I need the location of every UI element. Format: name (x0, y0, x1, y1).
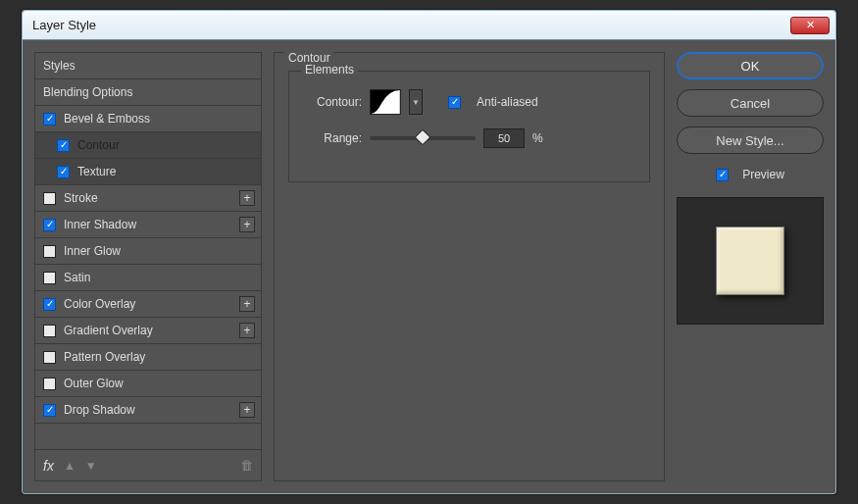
range-slider[interactable] (370, 136, 476, 140)
style-checkbox[interactable] (43, 298, 56, 311)
style-checkbox[interactable] (43, 351, 56, 364)
sidebar-footer: fx ▲ ▼ 🗑 (35, 449, 261, 480)
style-row-drop-shadow[interactable]: Drop Shadow+ (35, 397, 261, 424)
antialiased-label: Anti-aliased (477, 95, 538, 109)
action-buttons: OK Cancel New Style... Preview (677, 52, 824, 481)
preview-box (677, 197, 824, 325)
style-row-outer-glow[interactable]: Outer Glow (35, 371, 261, 397)
settings-panel: Contour Elements Contour: ▼ Anti-aliased… (274, 52, 665, 481)
cancel-button[interactable]: Cancel (677, 89, 824, 117)
elements-group: Elements Contour: ▼ Anti-aliased Range: (288, 71, 650, 182)
elements-label: Elements (301, 63, 358, 76)
antialiased-checkbox[interactable] (448, 96, 461, 109)
style-row-satin[interactable]: Satin (35, 265, 261, 291)
styles-list: Styles Blending Options Bevel & EmbossCo… (35, 53, 261, 449)
style-checkbox[interactable] (43, 113, 56, 126)
style-label: Bevel & Emboss (64, 112, 150, 126)
style-checkbox[interactable] (43, 192, 56, 205)
sidebar-blending-options[interactable]: Blending Options (35, 79, 261, 106)
style-label: Satin (64, 271, 90, 284)
sidebar-styles-header[interactable]: Styles (35, 53, 261, 79)
style-checkbox[interactable] (43, 404, 56, 417)
style-label: Contour (77, 138, 120, 152)
trash-icon[interactable]: 🗑 (240, 458, 253, 473)
contour-dropdown-icon[interactable]: ▼ (409, 89, 423, 115)
style-row-pattern-overlay[interactable]: Pattern Overlay (35, 344, 261, 371)
style-label: Pattern Overlay (64, 350, 145, 364)
move-down-icon[interactable]: ▼ (85, 459, 97, 473)
ok-button[interactable]: OK (677, 52, 824, 79)
style-row-contour[interactable]: Contour (35, 132, 261, 159)
preview-label: Preview (742, 168, 784, 181)
style-checkbox[interactable] (43, 219, 56, 231)
style-label: Texture (77, 165, 116, 178)
style-row-texture[interactable]: Texture (35, 159, 261, 185)
close-button[interactable]: ✕ (790, 17, 830, 34)
style-checkbox[interactable] (43, 325, 56, 337)
contour-curve-picker[interactable] (370, 89, 401, 115)
style-row-bevel-emboss[interactable]: Bevel & Emboss (35, 106, 261, 132)
style-row-color-overlay[interactable]: Color Overlay+ (35, 291, 261, 318)
style-label: Gradient Overlay (64, 324, 153, 337)
contour-label: Contour: (303, 95, 362, 109)
move-up-icon[interactable]: ▲ (64, 459, 76, 473)
styles-sidebar: Styles Blending Options Bevel & EmbossCo… (34, 52, 262, 481)
style-checkbox[interactable] (57, 166, 70, 178)
preview-swatch (716, 227, 784, 295)
style-checkbox[interactable] (43, 245, 56, 258)
style-row-inner-glow[interactable]: Inner Glow (35, 238, 261, 265)
add-effect-icon[interactable]: + (239, 190, 255, 206)
style-row-gradient-overlay[interactable]: Gradient Overlay+ (35, 318, 261, 344)
fx-menu-icon[interactable]: fx (43, 458, 54, 474)
add-effect-icon[interactable]: + (239, 296, 255, 312)
style-label: Color Overlay (64, 297, 135, 311)
window-title: Layer Style (32, 18, 790, 32)
style-checkbox[interactable] (43, 378, 56, 390)
style-checkbox[interactable] (43, 272, 56, 284)
range-label: Range: (303, 131, 362, 145)
style-label: Inner Shadow (64, 218, 136, 231)
titlebar[interactable]: Layer Style ✕ (23, 11, 835, 40)
style-label: Stroke (64, 191, 98, 205)
preview-checkbox[interactable] (716, 169, 729, 181)
range-unit: % (532, 131, 543, 145)
style-row-stroke[interactable]: Stroke+ (35, 185, 261, 212)
style-row-inner-shadow[interactable]: Inner Shadow+ (35, 212, 261, 238)
style-label: Inner Glow (64, 244, 121, 258)
preview-toggle-row: Preview (677, 168, 824, 181)
add-effect-icon[interactable]: + (239, 402, 255, 418)
add-effect-icon[interactable]: + (239, 323, 255, 338)
style-checkbox[interactable] (57, 139, 70, 152)
range-slider-thumb[interactable] (415, 129, 431, 146)
style-label: Outer Glow (64, 377, 124, 390)
dialog-content: Styles Blending Options Bevel & EmbossCo… (23, 40, 835, 493)
new-style-button[interactable]: New Style... (677, 126, 824, 154)
add-effect-icon[interactable]: + (239, 217, 255, 232)
style-label: Drop Shadow (64, 403, 135, 417)
range-input[interactable]: 50 (483, 128, 525, 148)
layer-style-dialog: Layer Style ✕ Styles Blending Options Be… (22, 10, 836, 494)
